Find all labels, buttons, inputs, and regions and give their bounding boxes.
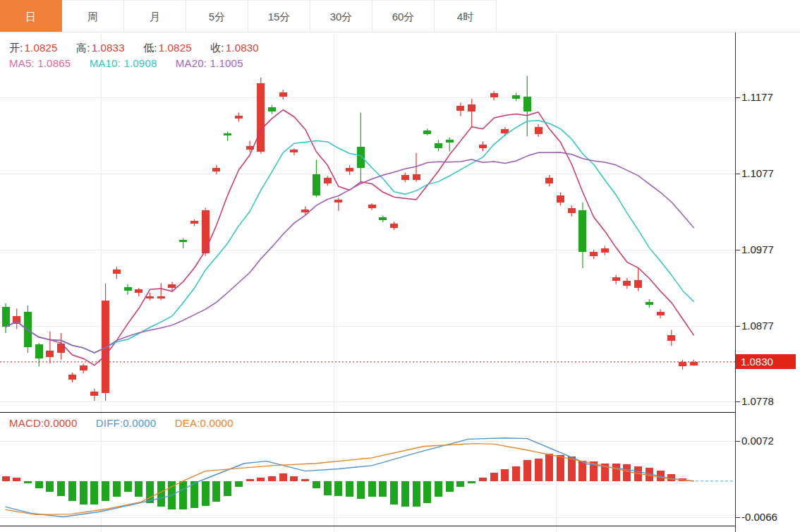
price-tick-1: 1.1077 (741, 167, 774, 179)
dea-label: DEA: (175, 417, 200, 429)
diff-label: DIFF: (96, 417, 123, 429)
diff-value: 0.0000 (123, 417, 156, 429)
low-value: 1.0825 (159, 42, 192, 54)
tab-5min[interactable]: 5分 (186, 0, 248, 32)
open-value: 1.0825 (25, 42, 58, 54)
price-tick-4: 1.0778 (741, 395, 774, 407)
ma5-label: MA5: (9, 57, 35, 69)
ma10-value: 1.0908 (123, 57, 157, 69)
ohlc-header: 开:1.0825 高:1.0833 低:1.0825 收:1.0830 (9, 42, 259, 55)
ma20-value: 1.1005 (210, 57, 243, 69)
ma5-value: 1.0865 (37, 57, 71, 69)
macd-value: 0.0000 (44, 417, 77, 429)
tab-30min[interactable]: 30分 (310, 0, 372, 32)
macd-tick-0: 0.0072 (741, 435, 774, 447)
period-tab-bar: 日 周 月 5分 15分 30分 60分 4时 (0, 0, 800, 32)
tab-week[interactable]: 周 (62, 0, 124, 32)
open-label: 开: (9, 42, 23, 54)
macd-tick-1: -0.0066 (741, 511, 777, 523)
price-tick-3: 1.0877 (741, 320, 774, 332)
tab-day[interactable]: 日 (0, 0, 62, 32)
high-value: 1.0833 (92, 42, 125, 54)
low-label: 低: (143, 42, 157, 54)
macd-header: MACD:0.0000 DIFF:0.0000 DEA:0.0000 (9, 417, 234, 429)
tab-4hour[interactable]: 4时 (435, 0, 497, 32)
ma10-label: MA10: (90, 57, 121, 69)
ma-header: MA5: 1.0865 MA10: 1.0908 MA20: 1.1005 (9, 57, 243, 69)
chart-canvas[interactable] (0, 0, 800, 532)
tab-month[interactable]: 月 (124, 0, 186, 32)
high-label: 高: (76, 42, 90, 54)
dea-value: 0.0000 (200, 417, 234, 429)
tab-15min[interactable]: 15分 (248, 0, 310, 32)
macd-label: MACD: (9, 417, 44, 429)
close-value: 1.0830 (226, 42, 259, 54)
ma20-label: MA20: (176, 57, 207, 69)
price-tick-2: 1.0977 (741, 243, 774, 255)
close-label: 收: (210, 42, 224, 54)
last-price-badge: 1.0830 (736, 354, 796, 369)
price-tick-0: 1.1177 (741, 91, 773, 103)
tab-60min[interactable]: 60分 (372, 0, 435, 32)
